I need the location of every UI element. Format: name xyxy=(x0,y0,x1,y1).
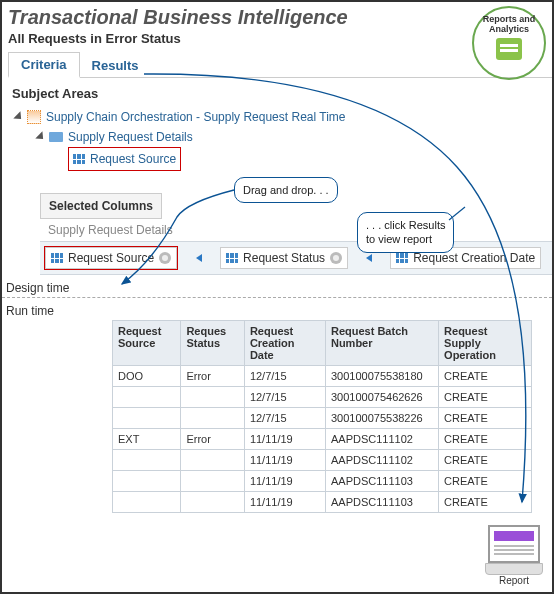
cell: 300100075538180 xyxy=(325,366,438,387)
report-device-label: Report xyxy=(484,575,544,586)
cell: EXT xyxy=(113,429,181,450)
cell: AAPDSC111103 xyxy=(325,471,438,492)
cell: 11/11/19 xyxy=(244,492,325,513)
cell: 11/11/19 xyxy=(244,450,325,471)
tab-strip: Criteria Results xyxy=(8,52,552,78)
chip-label: Request Creation Date xyxy=(413,251,535,265)
selected-columns-group: Supply Request Details xyxy=(40,219,552,241)
cell xyxy=(181,387,244,408)
page-subtitle: All Requests in Error Status xyxy=(8,31,546,46)
table-row: 11/11/19AAPDSC111102CREATE xyxy=(113,450,532,471)
table-row: DOOError12/7/15300100075538180CREATE xyxy=(113,366,532,387)
column-icon xyxy=(226,253,238,263)
gear-icon[interactable] xyxy=(159,252,171,264)
cell: 12/7/15 xyxy=(244,408,325,429)
table-row: 11/11/19AAPDSC111103CREATE xyxy=(113,471,532,492)
callout-drag: Drag and drop. . . xyxy=(234,177,338,203)
table-row: EXTError11/11/19AAPDSC111102CREATE xyxy=(113,429,532,450)
cell: AAPDSC111102 xyxy=(325,450,438,471)
cell xyxy=(181,450,244,471)
chip-label: Request Status xyxy=(243,251,325,265)
column-icon xyxy=(73,154,85,164)
cell xyxy=(113,492,181,513)
phase-separator xyxy=(2,297,552,298)
chevron-left-icon xyxy=(196,254,202,262)
selected-columns-heading: Selected Columns xyxy=(40,193,162,219)
cell: CREATE xyxy=(439,492,532,513)
cell: CREATE xyxy=(439,366,532,387)
page-title: Transactional Business Intelligence xyxy=(8,6,546,29)
cell: DOO xyxy=(113,366,181,387)
cell xyxy=(113,450,181,471)
cell xyxy=(181,408,244,429)
cell: AAPDSC111103 xyxy=(325,492,438,513)
cell: 11/11/19 xyxy=(244,429,325,450)
column-chip-request-status[interactable]: Request Status xyxy=(220,247,348,269)
tree-folder[interactable]: Supply Request Details xyxy=(38,127,546,147)
cell: CREATE xyxy=(439,408,532,429)
callout-results: . . . click Results to view report xyxy=(357,212,454,253)
run-time-label: Run time xyxy=(6,304,548,318)
callout-results-line1: . . . click Results xyxy=(366,219,445,231)
table-row: 12/7/15300100075462626CREATE xyxy=(113,387,532,408)
highlight-box: Request Source xyxy=(44,246,178,270)
subject-area-icon xyxy=(27,110,41,124)
chip-label: Request Source xyxy=(68,251,154,265)
cell: 11/11/19 xyxy=(244,471,325,492)
report-table: Request Source Reques Status Request Cre… xyxy=(112,320,532,513)
reports-analytics-badge[interactable]: Reports and Analytics xyxy=(472,6,546,80)
cell: AAPDSC111102 xyxy=(325,429,438,450)
design-time-label: Design time xyxy=(6,281,548,295)
column-chip-request-source[interactable]: Request Source xyxy=(45,247,177,269)
cell: 300100075462626 xyxy=(325,387,438,408)
highlight-box: Request Source xyxy=(68,147,181,171)
badge-text-1: Reports and xyxy=(474,14,544,24)
folder-icon xyxy=(49,132,63,142)
gear-icon[interactable] xyxy=(330,252,342,264)
tree-root-label: Supply Chain Orchestration - Supply Requ… xyxy=(46,107,345,127)
col-header[interactable]: Request Source xyxy=(113,321,181,366)
report-icon xyxy=(496,38,522,60)
callout-results-line2: to view report xyxy=(366,233,432,245)
cell: CREATE xyxy=(439,450,532,471)
cell xyxy=(181,471,244,492)
expand-icon[interactable] xyxy=(13,111,24,122)
report-device-icon[interactable]: Report xyxy=(484,525,544,586)
cell xyxy=(113,387,181,408)
monitor-base-icon xyxy=(485,563,543,575)
subject-area-tree: Supply Chain Orchestration - Supply Requ… xyxy=(16,107,546,171)
cell xyxy=(181,492,244,513)
cell: 12/7/15 xyxy=(244,366,325,387)
cell: CREATE xyxy=(439,471,532,492)
subject-areas-heading: Subject Areas xyxy=(12,86,546,101)
monitor-icon xyxy=(488,525,540,563)
cell: Error xyxy=(181,429,244,450)
col-header[interactable]: Reques Status xyxy=(181,321,244,366)
cell: 12/7/15 xyxy=(244,387,325,408)
tree-column[interactable]: Request Source xyxy=(68,147,546,171)
table-row: 12/7/15300100075538226CREATE xyxy=(113,408,532,429)
cell xyxy=(113,471,181,492)
column-icon xyxy=(396,253,408,263)
expand-icon[interactable] xyxy=(35,131,46,142)
cell: Error xyxy=(181,366,244,387)
tree-root[interactable]: Supply Chain Orchestration - Supply Requ… xyxy=(16,107,546,127)
tab-results[interactable]: Results xyxy=(80,54,151,77)
cell xyxy=(113,408,181,429)
badge-text-2: Analytics xyxy=(474,24,544,34)
table-row: 11/11/19AAPDSC111103CREATE xyxy=(113,492,532,513)
tab-criteria[interactable]: Criteria xyxy=(8,52,80,78)
cell: CREATE xyxy=(439,387,532,408)
cell: CREATE xyxy=(439,429,532,450)
col-header[interactable]: Request Batch Number xyxy=(325,321,438,366)
selected-columns-strip: Request Source Request Status Request Cr… xyxy=(40,241,552,275)
tree-folder-label: Supply Request Details xyxy=(68,127,193,147)
column-icon xyxy=(51,253,63,263)
col-header[interactable]: Request Supply Operation xyxy=(439,321,532,366)
col-header[interactable]: Request Creation Date xyxy=(244,321,325,366)
tree-column-label: Request Source xyxy=(90,149,176,169)
cell: 300100075538226 xyxy=(325,408,438,429)
chevron-left-icon xyxy=(366,254,372,262)
